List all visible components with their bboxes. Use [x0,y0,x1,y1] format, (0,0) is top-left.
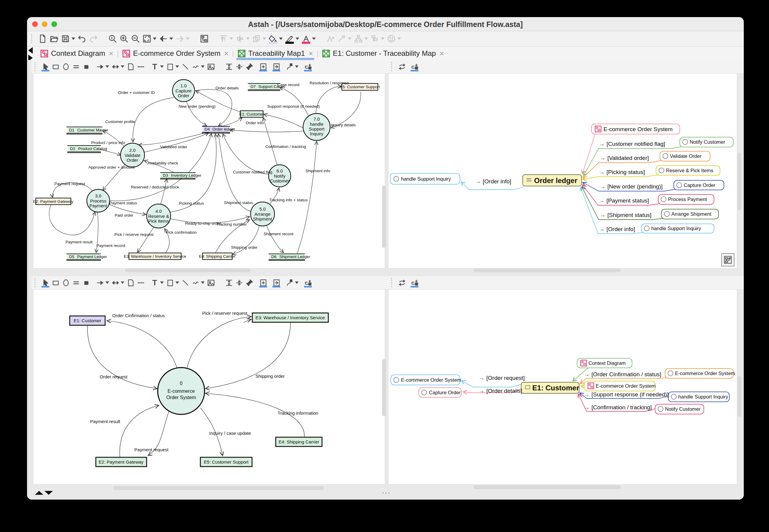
text-box-tool-icon[interactable] [165,278,175,287]
store-d1-customer-master[interactable]: D1Customer Master [66,127,108,134]
context-e1-customer[interactable]: E1: Customer [70,316,105,325]
context-e5-customer-support[interactable]: E5: Customer Support [201,457,252,467]
tab-ecommerce-order-system[interactable]: E-commerce Order System × [119,47,232,60]
map1-vertical-scrollbar[interactable] [737,152,741,210]
map2-node-ecommerce-order-system-yellow[interactable]: E-commerce Order System [584,381,656,391]
connector-style-caret[interactable] [295,65,299,68]
minimap-button[interactable] [721,253,734,266]
external-e4-shipping-carrier[interactable]: E4: Shipping Carrier [199,253,236,260]
context-vertical-scrollbar[interactable] [382,359,386,416]
refresh-map-icon[interactable] [397,62,407,71]
connector-icon[interactable] [336,33,347,44]
note-tool-icon[interactable] [126,278,135,287]
process-reserve-pick-items[interactable]: 4.0 Reserve & Pick Items [146,204,170,228]
context-e2-payment-gateway[interactable]: E2: Payment Gateway [96,457,146,467]
paint-bucket-caret[interactable] [279,38,283,40]
context-e3-warehouse[interactable]: E3: Warehouse / Inventory Service [252,313,328,322]
distribute-icon[interactable] [235,33,246,44]
map1-row-payment-status[interactable]: → [Payment status] Process Payment [599,194,714,204]
hierarchy-icon[interactable] [353,33,364,44]
process-handle-support-inquiry[interactable]: 7.0 handle Support Inquiry [303,113,330,140]
nav-back-icon[interactable] [158,33,169,44]
export-box-icon[interactable] [272,278,281,287]
double-arrow-caret[interactable] [121,281,124,284]
store-d4-order-ledger[interactable]: D4Order ledger [202,126,235,133]
map1-row-new-order-pending[interactable]: → [New order (pending)] Capture Order [600,180,724,190]
arrow-tool-icon[interactable] [95,278,105,287]
font-color-icon[interactable] [301,33,312,44]
zoom-actual-icon[interactable] [107,33,118,44]
tab-close-icon[interactable]: × [439,49,444,58]
select-cursor-icon[interactable] [41,62,50,71]
map1-row-customer-notified-flag[interactable]: → [Customer notified flag] Notify Custom… [599,137,733,147]
undo-icon[interactable] [77,33,87,44]
page-up-down-buttons[interactable] [35,491,54,495]
tab-context-diagram[interactable]: Context Diagram × [37,47,116,60]
store-d5-payment-ledger[interactable]: D5Payment Ledger [66,254,107,260]
connector-style-icon[interactable] [285,278,294,287]
tab-close-icon[interactable]: × [224,49,229,58]
map2-canvas[interactable]: E1: Customer E-commerce Order System → [… [388,289,737,485]
distribute-caret[interactable] [246,38,250,40]
pin-icon[interactable] [245,278,254,287]
font-size-icon[interactable] [325,33,336,44]
text-tool-caret[interactable] [160,281,164,284]
map2-left-label-order-request[interactable]: → [Order request] [478,374,525,381]
copy-style-icon[interactable] [251,33,262,44]
process-arrange-shipment[interactable]: 5.0 Arrange Shipment [251,202,275,226]
paint-bucket-icon[interactable] [268,33,279,44]
text-box-caret[interactable] [175,281,179,284]
dotted-line-tool-icon[interactable] [136,278,146,287]
dfd-canvas[interactable]: 1.0 Capture Order 2.0 Validate Order 3.0… [33,73,385,269]
map2-horizontal-scrollbar[interactable] [473,485,621,489]
connector-style-icon[interactable] [285,62,294,71]
double-arrow-tool-icon[interactable] [110,62,120,71]
plus-box-icon[interactable] [258,62,268,71]
context-horizontal-scrollbar[interactable] [113,486,324,490]
auto-layout-icon[interactable] [410,62,419,71]
curve-tool-icon[interactable] [191,62,201,71]
map1-left-link-label[interactable]: → [Order info] [475,178,511,185]
toolbar-drag-handle[interactable] [31,34,34,43]
redo-icon[interactable] [88,33,99,44]
copy-style-caret[interactable] [263,38,266,40]
zoom-in-icon[interactable] [119,33,129,44]
fit-window-icon[interactable] [141,33,152,44]
export-box-icon[interactable] [272,62,281,71]
map1-row-validated-order[interactable]: → [Validated order] Validate Order [600,151,710,161]
text-box-tool-icon[interactable] [165,62,175,71]
refresh-map-icon[interactable] [397,278,407,287]
tab-scroll-left-icon[interactable] [28,47,33,54]
process-validate-order[interactable]: 2.0 Validate Order [120,143,144,167]
arrow-tool-caret[interactable] [105,65,109,68]
tab-traceability-map1[interactable]: Traceability Map1 × [235,47,316,60]
map1-left-node-handle-support-inquiry[interactable]: handle Support Inquiry [390,173,460,184]
horizontal-align-icon[interactable] [234,62,244,71]
dfd-vertical-scrollbar[interactable] [382,185,386,248]
scroll-down-icon[interactable] [44,491,53,495]
line-tool-icon[interactable] [180,278,190,287]
new-file-icon[interactable] [37,33,48,44]
map2-node-context-diagram[interactable]: Context Diagram [577,358,632,368]
map2-left-node-ecommerce-order-system[interactable]: E-commerce Order System [391,375,461,385]
map1-row-picking-status[interactable]: → [Picking status] Reserve & Pick Items [599,166,720,175]
map1-horizontal-scrollbar[interactable] [473,268,621,272]
store-d3-inventory-ledger[interactable]: D3Inventory Ledger [160,173,202,179]
align-icon[interactable] [218,33,229,44]
nav-forward-icon[interactable] [174,33,185,44]
dotted-line-tool-icon[interactable] [136,62,146,71]
tab-close-icon[interactable]: × [109,49,113,58]
store-d6-shipment-ledger[interactable]: D6Shipment Ledger [269,254,310,260]
font-color-caret[interactable] [312,38,316,40]
curve-tool-caret[interactable] [201,65,205,68]
ellipse-tool-icon[interactable] [61,62,71,71]
map1-node-ecommerce-order-system[interactable]: E-commerce Order System [592,124,680,134]
nav-back-caret[interactable] [169,38,173,40]
context-e4-shipping-carrier[interactable]: E4: Shipping Carrier [276,437,322,446]
horizontal-align-icon[interactable] [234,278,244,287]
filled-rect-tool-icon[interactable] [81,62,91,71]
text-tool-caret[interactable] [160,65,164,68]
process-process-payment[interactable]: 3.0 Process Payment [87,189,110,212]
structure-tree-icon[interactable] [199,33,210,44]
plus-box-icon[interactable] [258,278,268,287]
